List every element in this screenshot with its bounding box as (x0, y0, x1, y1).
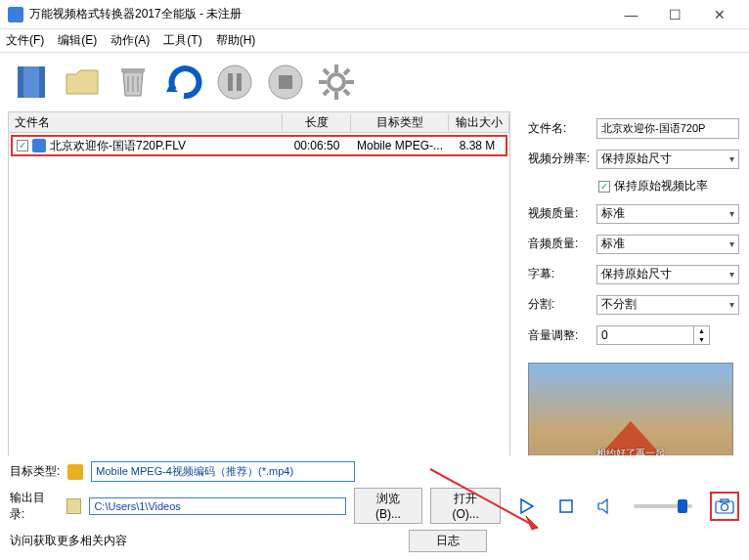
row-target: Mobile MPEG-... (351, 139, 449, 152)
targettype-label: 目标类型: (10, 463, 60, 480)
menu-action[interactable]: 动作(A) (110, 32, 150, 49)
menu-file[interactable]: 文件(F) (6, 32, 44, 49)
col-filename[interactable]: 文件名 (9, 114, 283, 131)
audio-quality-select[interactable]: 标准▾ (596, 235, 739, 254)
menu-help[interactable]: 帮助(H) (216, 32, 256, 49)
table-row[interactable]: ✓ 北京欢迎你-国语720P.FLV 00:06:50 Mobile MPEG-… (11, 135, 507, 156)
stop-button[interactable] (262, 59, 309, 106)
volume-input[interactable]: 0 (596, 325, 694, 345)
svg-rect-11 (279, 75, 292, 89)
svg-line-19 (344, 69, 349, 74)
svg-point-7 (218, 65, 251, 99)
toolbar (0, 53, 749, 111)
col-length[interactable]: 长度 (283, 114, 351, 131)
volume-button[interactable] (595, 495, 616, 517)
targettype-input[interactable]: Mobile MPEG-4视频编码（推荐）(*.mp4) (91, 461, 355, 482)
chevron-down-icon: ▾ (729, 153, 734, 164)
subtitle-label: 字幕: (528, 266, 596, 282)
pause-button[interactable] (211, 59, 258, 106)
titlebar: 万能视频格式转换器2017全能版 - 未注册 — ☐ ✕ (0, 0, 749, 29)
keep-ratio-label: 保持原始视频比率 (614, 178, 708, 194)
svg-point-12 (329, 74, 344, 90)
menu-tools[interactable]: 工具(T) (163, 32, 201, 49)
minimize-button[interactable]: — (609, 1, 653, 28)
volume-spinner[interactable]: ▲▼ (694, 325, 710, 345)
open-button[interactable]: 打开(O)... (430, 488, 501, 524)
settings-button[interactable] (313, 59, 360, 106)
volume-label: 音量调整: (528, 327, 596, 344)
svg-point-23 (721, 503, 727, 510)
window-title: 万能视频格式转换器2017全能版 - 未注册 (29, 6, 609, 22)
svg-rect-8 (228, 73, 233, 91)
close-button[interactable]: ✕ (697, 1, 741, 28)
filename-label: 文件名: (528, 120, 596, 137)
col-target[interactable]: 目标类型 (351, 114, 449, 131)
keep-ratio-checkbox[interactable]: ✓ (598, 181, 610, 193)
svg-rect-21 (560, 500, 572, 512)
log-button[interactable]: 日志 (409, 530, 487, 552)
row-filename: 北京欢迎你-国语720P.FLV (50, 138, 186, 154)
snapshot-button[interactable] (714, 495, 735, 517)
convert-button[interactable] (160, 59, 207, 106)
svg-rect-2 (39, 66, 45, 98)
menubar: 文件(F) 编辑(E) 动作(A) 工具(T) 帮助(H) (0, 29, 749, 53)
row-length: 00:06:50 (283, 139, 351, 152)
video-quality-select[interactable]: 标准▾ (596, 204, 739, 224)
row-size: 8.38 M (449, 139, 506, 152)
properties-panel: 文件名:北京欢迎你-国语720P 视频分辨率:保持原始尺寸▾ ✓保持原始视频比率… (518, 111, 749, 512)
svg-rect-3 (121, 68, 145, 72)
stop-preview-button[interactable] (555, 495, 577, 517)
outdir-input[interactable]: C:\Users\1\Videos (89, 497, 345, 515)
more-link[interactable]: 访问获取更多相关内容 (10, 533, 127, 549)
table-header: 文件名 长度 目标类型 输出大小 (8, 111, 510, 133)
col-size[interactable]: 输出大小 (449, 114, 509, 131)
subtitle-select[interactable]: 保持原始尺寸▾ (596, 265, 739, 284)
audio-quality-label: 音频质量: (528, 236, 596, 252)
filename-value: 北京欢迎你-国语720P (596, 118, 739, 139)
svg-line-20 (324, 90, 329, 95)
resolution-label: 视频分辨率: (528, 151, 596, 167)
play-button[interactable] (516, 495, 538, 517)
open-folder-button[interactable] (59, 59, 106, 106)
svg-rect-1 (18, 66, 23, 98)
split-label: 分割: (528, 296, 596, 313)
volume-slider[interactable] (634, 504, 692, 508)
browse-button[interactable]: 浏览(B)... (354, 488, 423, 524)
svg-rect-9 (237, 73, 242, 91)
file-type-icon (32, 139, 46, 152)
maximize-button[interactable]: ☐ (653, 1, 697, 28)
outdir-label: 输出目录: (10, 490, 59, 523)
row-checkbox[interactable]: ✓ (17, 140, 28, 151)
delete-button[interactable] (110, 59, 156, 106)
app-icon (8, 7, 23, 22)
resolution-select[interactable]: 保持原始尺寸▾ (596, 150, 739, 169)
svg-line-18 (344, 90, 349, 95)
format-icon (67, 464, 83, 480)
video-quality-label: 视频质量: (528, 205, 596, 222)
folder-icon (66, 498, 82, 514)
svg-rect-22 (716, 501, 733, 513)
split-select[interactable]: 不分割▾ (596, 295, 739, 315)
svg-line-17 (324, 69, 329, 74)
menu-edit[interactable]: 编辑(E) (58, 32, 97, 49)
add-file-button[interactable] (8, 59, 55, 106)
